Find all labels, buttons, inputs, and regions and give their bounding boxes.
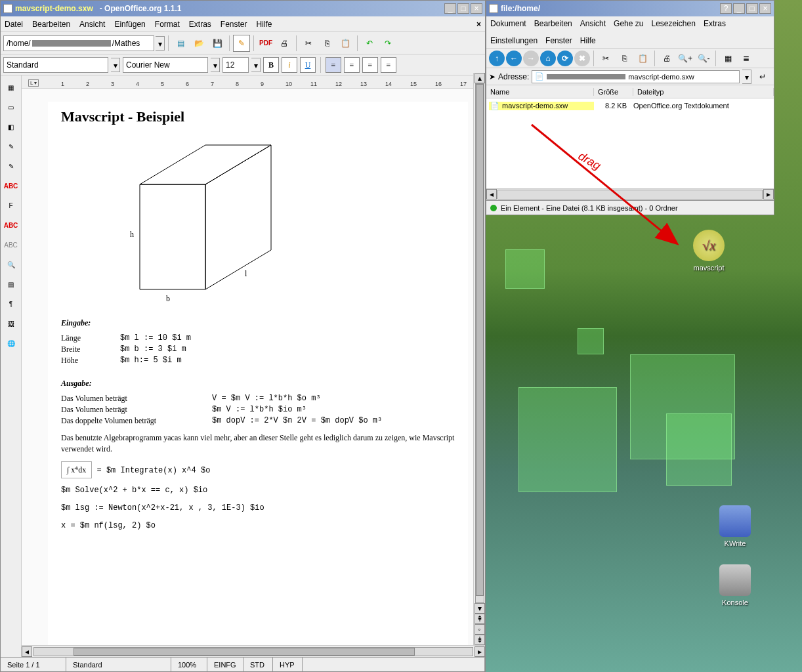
fm-close-button[interactable]: × — [759, 3, 771, 14]
style-dropdown[interactable]: ▾ — [111, 58, 120, 72]
scroll-down-button[interactable]: ▾ — [475, 603, 485, 614]
fm-print-button[interactable]: 🖨 — [658, 50, 675, 67]
menu-extras[interactable]: Extras — [189, 20, 211, 29]
menu-ansicht[interactable]: Ansicht — [79, 20, 105, 29]
font-name-combo[interactable]: Courier New — [123, 57, 208, 73]
fm-back-button[interactable]: ← — [506, 51, 522, 66]
fm-menu-hilfe[interactable]: Hilfe — [580, 36, 596, 45]
copy-button[interactable]: ⎘ — [318, 35, 335, 52]
menu-datei[interactable]: Datei — [5, 20, 23, 29]
font-dropdown[interactable]: ▾ — [211, 58, 220, 72]
italic-button[interactable]: i — [282, 57, 297, 73]
insert-table-button[interactable]: ▦ — [3, 79, 19, 95]
menu-bearbeiten[interactable]: Bearbeiten — [32, 20, 70, 29]
horizontal-ruler[interactable]: L ▾ 1234567891011121314151617 — [22, 75, 485, 89]
redo-button[interactable]: ↷ — [379, 35, 396, 52]
menu-hilfe[interactable]: Hilfe — [257, 20, 272, 29]
scroll-right-button[interactable]: ▸ — [475, 646, 485, 657]
fm-maximize-button[interactable]: □ — [746, 3, 758, 14]
close-button[interactable]: × — [471, 3, 482, 14]
align-left-button[interactable]: ≡ — [326, 57, 341, 73]
fm-listview-button[interactable]: ≣ — [738, 50, 755, 67]
document-viewport[interactable]: Mavscript - Beispiel h b l Eingabe: Läng… — [22, 89, 485, 645]
fm-menu-einstellungen[interactable]: Einstellungen — [490, 36, 538, 45]
nonprinting-button[interactable]: ¶ — [3, 296, 19, 312]
paragraph-style-combo[interactable]: Standard — [3, 57, 108, 73]
align-center-button[interactable]: ≡ — [344, 57, 360, 73]
draw-button[interactable]: ✎ — [3, 138, 19, 154]
fm-iconview-button[interactable]: ▦ — [719, 50, 736, 67]
fm-col-name[interactable]: Name — [486, 88, 594, 96]
fm-zoomin-button[interactable]: 🔍+ — [677, 50, 694, 67]
fm-file-list[interactable]: Name Größe Dateityp 📄mavscript-demo.sxw … — [486, 85, 774, 188]
status-std[interactable]: STD — [243, 658, 273, 671]
insert-field-button[interactable]: ▭ — [3, 99, 19, 115]
fm-reload-button[interactable]: ⟳ — [557, 51, 573, 66]
fm-menu-extras[interactable]: Extras — [704, 19, 726, 28]
draw2-button[interactable]: ✎ — [3, 158, 19, 174]
nav-button[interactable]: ◦ — [475, 624, 485, 635]
insert-object-button[interactable]: ◧ — [3, 119, 19, 135]
datasources-button[interactable]: ▤ — [3, 276, 19, 292]
fm-menu-lesezeichen[interactable]: Lesezeichen — [651, 19, 695, 28]
align-right-button[interactable]: ≡ — [362, 57, 378, 73]
fm-minimize-button[interactable]: _ — [733, 3, 745, 14]
fm-col-type[interactable]: Dateityp — [633, 88, 774, 96]
fm-address-input[interactable]: 📄 mavscript-demo.sxw — [532, 70, 740, 83]
minimize-button[interactable]: _ — [444, 3, 456, 14]
fm-help-button[interactable]: ? — [720, 3, 732, 14]
edit-mode-button[interactable]: ✎ — [233, 35, 250, 52]
horizontal-scrollbar[interactable]: ◂ ▸ — [22, 645, 485, 657]
fm-menu-ansicht[interactable]: Ansicht — [580, 19, 606, 28]
fm-titlebar[interactable]: file:/home/ ? _ □ × — [486, 1, 774, 16]
font-size-combo[interactable]: 12 — [222, 57, 249, 73]
fm-bookmark-icon[interactable]: ➤ — [489, 72, 496, 81]
menu-fenster[interactable]: Fenster — [221, 20, 247, 29]
spellcheck-auto-button[interactable]: ABC — [3, 178, 19, 194]
scroll-up-button[interactable]: ▴ — [475, 73, 485, 83]
menu-einfuegen[interactable]: Einfügen — [114, 20, 145, 29]
size-dropdown[interactable]: ▾ — [251, 58, 261, 72]
fm-up-button[interactable]: ↑ — [489, 51, 505, 66]
close-document-button[interactable]: × — [476, 20, 481, 29]
desktop-icon-mavscript[interactable]: √x mavscript — [686, 230, 732, 272]
fm-hscroll[interactable]: ◂ ▸ — [486, 188, 774, 200]
fm-go-button[interactable]: ↵ — [754, 68, 771, 85]
vertical-scrollbar[interactable]: ▴ ▾ ⇞ ◦ ⇟ — [473, 73, 485, 645]
spellcheck-button[interactable]: ABC — [3, 217, 19, 233]
open-button[interactable]: 📂 — [190, 35, 207, 52]
fm-file-row[interactable]: 📄mavscript-demo.sxw 8.2 KB OpenOffice.or… — [486, 98, 774, 113]
fm-zoomout-button[interactable]: 🔍- — [695, 50, 712, 67]
fm-menu-fenster[interactable]: Fenster — [545, 36, 572, 45]
underline-button[interactable]: U — [300, 57, 316, 73]
autospell-button[interactable]: ABC — [3, 237, 19, 253]
desktop-icon-konsole[interactable]: Konsole — [712, 564, 758, 606]
font-effects-button[interactable]: F — [3, 198, 19, 213]
undo-button[interactable]: ↶ — [361, 35, 378, 52]
print-button[interactable]: 🖨 — [276, 35, 293, 52]
maximize-button[interactable]: □ — [457, 3, 469, 14]
fm-menu-bearbeiten[interactable]: Bearbeiten — [534, 19, 572, 28]
hyperlink-button[interactable]: 🌐 — [3, 335, 19, 351]
menu-format[interactable]: Format — [155, 20, 180, 29]
new-doc-button[interactable]: ▤ — [172, 35, 189, 52]
gallery-button[interactable]: 🖼 — [3, 316, 19, 331]
url-field[interactable]: /home/ /Mathes — [3, 35, 154, 51]
fm-cut-button[interactable]: ✂ — [597, 50, 614, 67]
desktop-icon-kwrite[interactable]: KWrite — [712, 505, 758, 547]
status-zoom[interactable]: 100% — [171, 658, 207, 671]
bold-button[interactable]: B — [263, 57, 279, 73]
paste-button[interactable]: 📋 — [337, 35, 354, 52]
url-dropdown[interactable]: ▾ — [156, 36, 165, 51]
fm-stop-button[interactable]: ✖ — [574, 51, 590, 66]
pdf-button[interactable]: PDF — [257, 35, 274, 52]
fm-paste-button[interactable]: 📋 — [634, 50, 651, 67]
status-hyp[interactable]: HYP — [273, 658, 303, 671]
fm-copy-button[interactable]: ⎘ — [616, 50, 633, 67]
fm-home-button[interactable]: ⌂ — [540, 51, 556, 66]
prev-page-button[interactable]: ⇞ — [475, 614, 485, 624]
fm-forward-button[interactable]: → — [523, 51, 539, 66]
status-insert[interactable]: EINFG — [207, 658, 243, 671]
find-button[interactable]: 🔍 — [3, 257, 19, 272]
writer-titlebar[interactable]: mavscript-demo.sxw - OpenOffice.org 1.1.… — [1, 1, 485, 16]
